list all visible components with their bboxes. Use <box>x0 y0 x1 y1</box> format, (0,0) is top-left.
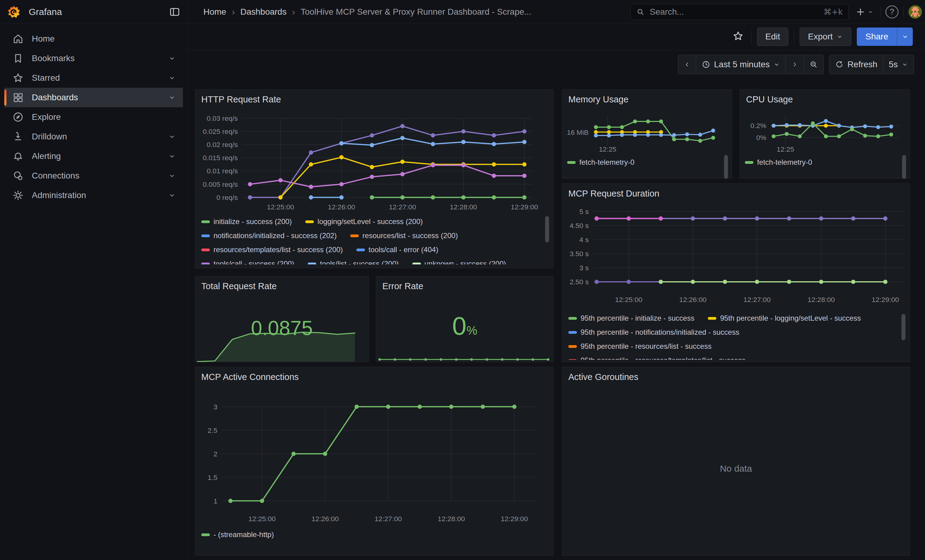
help-button[interactable]: ? <box>886 6 898 18</box>
svg-text:1.5: 1.5 <box>208 473 217 482</box>
chevron-down-icon <box>168 94 176 101</box>
legend-item[interactable]: unknown - success (200) <box>412 260 506 264</box>
legend-item[interactable]: fetch-telemetry-0 <box>567 158 634 167</box>
legend-label: unknown - success (200) <box>425 260 506 264</box>
legend-item[interactable]: tools/call - success (200) <box>201 260 294 264</box>
edit-button[interactable]: Edit <box>757 27 788 46</box>
svg-text:16 MiB: 16 MiB <box>567 128 589 136</box>
breadcrumb-home[interactable]: Home <box>203 7 226 17</box>
zoom-out-button[interactable] <box>804 55 823 74</box>
sidebar-item-home[interactable]: Home <box>4 29 183 49</box>
search-input[interactable] <box>649 7 819 17</box>
total-request-rate-value: 0.0875 <box>195 318 369 338</box>
sidebar-item-alerting[interactable]: Alerting <box>4 146 183 166</box>
sidebar-item-drilldown[interactable]: Drilldown <box>4 127 183 146</box>
legend-item[interactable]: logging/setLevel - success (200) <box>305 217 423 226</box>
legend-swatch <box>568 317 577 320</box>
panel-title[interactable]: Active Goroutines <box>568 372 639 382</box>
svg-text:12:25:00: 12:25:00 <box>267 203 294 211</box>
chevron-down-icon <box>868 9 874 15</box>
legend-item[interactable]: initialize - success (200) <box>201 217 292 226</box>
mcp-active-connections-chart[interactable]: 11.522.5312:25:0012:26:0012:27:0012:28:0… <box>195 367 553 555</box>
panel-error-rate: Error Rate 0% <box>376 276 554 362</box>
refresh-interval-label: 5s <box>889 60 898 69</box>
time-shift-back-button[interactable] <box>678 55 696 74</box>
divider <box>794 30 794 44</box>
legend-item[interactable]: 95th percentile - resources/templates/li… <box>568 356 746 360</box>
sidebar-item-connections[interactable]: Connections <box>4 166 183 186</box>
sidebar-item-explore[interactable]: Explore <box>4 107 183 127</box>
svg-text:12:27:00: 12:27:00 <box>375 515 402 523</box>
chevron-down-icon <box>901 33 909 41</box>
top-bar-right: ⌘+k ? <box>630 0 922 24</box>
add-new-button[interactable] <box>853 5 875 19</box>
legend-label: 95th percentile - initialize - success <box>581 314 695 323</box>
sidebar-nav: Home Bookmarks Starred Dashboards Explor… <box>0 24 187 560</box>
svg-text:0.02 req/s: 0.02 req/s <box>207 141 238 149</box>
legend-row: fetch-telemetry-0 <box>745 158 898 167</box>
favorite-star-button[interactable] <box>731 30 746 43</box>
svg-text:2: 2 <box>214 450 217 458</box>
legend-item[interactable]: 95th percentile - resources/list - succe… <box>568 342 711 351</box>
export-button[interactable]: Export <box>800 27 851 46</box>
error-rate-value: 0% <box>376 313 553 339</box>
legend-item[interactable]: resources/templates/list - success (200) <box>201 245 343 254</box>
grafana-logo-icon <box>7 5 21 19</box>
legend-item[interactable]: tools/list - success (200) <box>308 260 399 264</box>
svg-text:12:26:00: 12:26:00 <box>311 515 339 523</box>
time-range-picker[interactable]: Last 5 minutes <box>696 55 785 74</box>
legend-swatch <box>568 345 577 348</box>
refresh-button[interactable]: Refresh <box>830 55 883 74</box>
legend-scrollbar[interactable] <box>901 314 905 340</box>
legend-scrollbar[interactable] <box>902 155 906 179</box>
plus-icon <box>855 7 866 17</box>
svg-text:0.03 req/s: 0.03 req/s <box>207 114 238 122</box>
share-button[interactable]: Share <box>857 27 897 46</box>
legend-item[interactable]: notifications/initialized - success (202… <box>201 231 337 240</box>
svg-text:12:29:00: 12:29:00 <box>872 296 899 303</box>
search-box[interactable]: ⌘+k <box>630 4 848 20</box>
legend-label: 95th percentile - logging/setLevel - suc… <box>720 314 861 323</box>
svg-text:12:27:00: 12:27:00 <box>743 296 771 303</box>
bookmark-icon <box>12 53 24 64</box>
sidebar-item-label: Bookmarks <box>32 54 160 63</box>
legend-item[interactable]: 95th percentile - notifications/initiali… <box>568 328 739 336</box>
legend-item[interactable]: 95th percentile - logging/setLevel - suc… <box>708 314 861 323</box>
sidebar-item-bookmarks[interactable]: Bookmarks <box>4 49 183 68</box>
breadcrumb-current-dashboard: ToolHive MCP Server & Proxy Runner Dashb… <box>301 7 531 17</box>
zoom-out-icon <box>809 60 818 69</box>
legend-item[interactable]: tools/call - error (404) <box>356 245 438 254</box>
legend-label: fetch-telemetry-0 <box>579 158 634 167</box>
legend-item[interactable]: resources/list - success (200) <box>350 231 458 240</box>
panel-mcp-active-connections: MCP Active Connections 11.522.5312:25:00… <box>195 367 554 556</box>
panel-http-request-rate: HTTP Request Rate 0 req/s0.005 req/s0.01… <box>195 89 554 269</box>
legend-item[interactable]: fetch-telemetry-0 <box>745 158 812 167</box>
user-avatar[interactable] <box>908 5 922 19</box>
chevron-down-icon <box>773 61 780 68</box>
export-button-label: Export <box>808 32 833 42</box>
top-bar: Grafana Home › Dashboards › ToolHive MCP… <box>0 0 925 24</box>
chevron-down-icon <box>168 172 176 179</box>
sidebar-toggle-button[interactable] <box>169 6 181 18</box>
legend-item[interactable]: - (streamable-http) <box>201 530 274 539</box>
svg-text:0.025 req/s: 0.025 req/s <box>203 128 238 135</box>
error-rate-unit: % <box>467 324 478 337</box>
time-range-group: Last 5 minutes <box>678 55 824 74</box>
legend-item[interactable]: 95th percentile - initialize - success <box>568 314 695 323</box>
legend-scrollbar[interactable] <box>545 216 549 242</box>
refresh-interval-picker[interactable]: 5s <box>883 55 914 74</box>
chevron-down-icon <box>168 153 176 160</box>
legend-swatch <box>412 263 421 265</box>
share-dropdown-button[interactable] <box>897 27 913 46</box>
sidebar-item-starred[interactable]: Starred <box>4 68 183 88</box>
chevron-down-icon <box>836 33 843 40</box>
sidebar-item-administration[interactable]: Administration <box>4 186 183 205</box>
time-shift-forward-button[interactable] <box>786 55 804 74</box>
sidebar-item-dashboards[interactable]: Dashboards <box>4 88 183 107</box>
chevron-down-icon <box>901 61 908 68</box>
legend-swatch <box>305 221 314 223</box>
star-outline-icon <box>732 30 744 42</box>
breadcrumb-dashboards[interactable]: Dashboards <box>240 7 286 17</box>
refresh-icon <box>835 60 844 69</box>
legend-scrollbar[interactable] <box>724 155 728 179</box>
